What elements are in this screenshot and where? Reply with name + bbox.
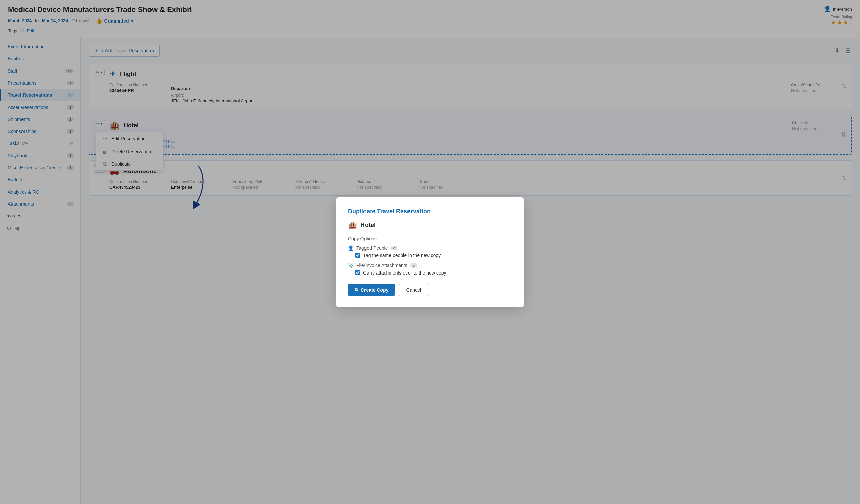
attachments-checkbox-label: Carry attachments over to the new copy [363,270,446,275]
create-copy-label: Create Copy [361,287,388,293]
tagged-people-checkbox-row: Tag the same people in the new copy [355,253,512,258]
tagged-people-header: 👤 Tagged People 2 [348,245,512,251]
modal-reservation-label: 🏨 Hotel [348,221,512,230]
copy-options-label: Copy Options: [348,236,512,241]
tagged-people-label: Tagged People [356,245,388,251]
attachments-option: 📎 File/Invoice Attachments 2 Carry attac… [348,263,512,275]
modal-title: Duplicate Travel Reservation [348,208,512,215]
duplicate-reservation-modal: Duplicate Travel Reservation 🏨 Hotel Cop… [336,197,524,307]
attachments-checkbox[interactable] [355,270,360,275]
person-option-icon: 👤 [348,245,354,251]
modal-hotel-icon: 🏨 [348,221,357,230]
tagged-people-checkbox-label: Tag the same people in the new copy [363,253,441,258]
modal-reservation-name: Hotel [360,222,376,229]
attachments-option-label: File/Invoice Attachments [356,263,407,268]
tagged-people-count: 2 [390,246,397,250]
copy-icon: ⧉ [355,287,358,293]
tagged-people-option: 👤 Tagged People 2 Tag the same people in… [348,245,512,258]
tagged-people-checkbox[interactable] [355,253,360,258]
attachments-count: 2 [410,263,417,268]
attachment-option-icon: 📎 [348,263,354,268]
attachments-checkbox-row: Carry attachments over to the new copy [355,270,512,275]
create-copy-button[interactable]: ⧉ Create Copy [348,284,395,296]
cancel-button[interactable]: Cancel [399,284,428,296]
attachments-header: 📎 File/Invoice Attachments 2 [348,263,512,268]
modal-overlay[interactable]: Duplicate Travel Reservation 🏨 Hotel Cop… [0,0,860,504]
modal-actions: ⧉ Create Copy Cancel [348,284,512,296]
